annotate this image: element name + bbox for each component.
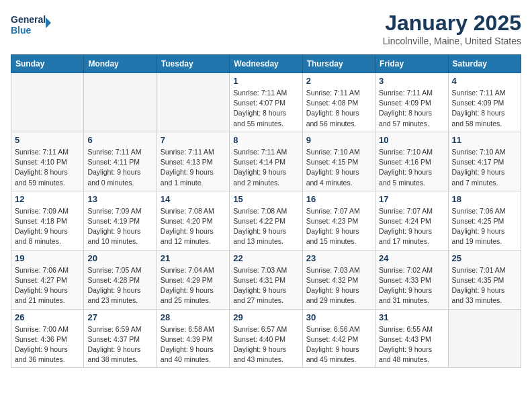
day-info: Sunrise: 6:58 AM Sunset: 4:39 PM Dayligh… xyxy=(161,324,226,365)
day-info: Sunrise: 6:55 AM Sunset: 4:43 PM Dayligh… xyxy=(379,324,444,365)
day-info: Sunrise: 7:09 AM Sunset: 4:18 PM Dayligh… xyxy=(15,206,80,247)
day-number: 23 xyxy=(306,253,371,263)
calendar-cell: 18Sunrise: 7:06 AM Sunset: 4:25 PM Dayli… xyxy=(448,191,521,250)
calendar-cell: 11Sunrise: 7:10 AM Sunset: 4:17 PM Dayli… xyxy=(448,132,521,191)
day-info: Sunrise: 7:06 AM Sunset: 4:25 PM Dayligh… xyxy=(452,206,517,247)
day-number: 15 xyxy=(233,194,298,204)
day-number: 1 xyxy=(233,76,298,86)
day-number: 2 xyxy=(306,76,371,86)
day-info: Sunrise: 6:57 AM Sunset: 4:40 PM Dayligh… xyxy=(233,324,298,365)
weekday-header-saturday: Saturday xyxy=(448,55,521,73)
calendar-cell: 14Sunrise: 7:08 AM Sunset: 4:20 PM Dayli… xyxy=(157,191,229,250)
day-number: 17 xyxy=(379,194,444,204)
day-info: Sunrise: 7:04 AM Sunset: 4:29 PM Dayligh… xyxy=(161,265,226,306)
calendar-cell: 23Sunrise: 7:03 AM Sunset: 4:32 PM Dayli… xyxy=(302,250,375,309)
weekday-header-wednesday: Wednesday xyxy=(230,55,302,73)
day-number: 3 xyxy=(379,76,444,86)
day-number: 5 xyxy=(15,135,80,145)
day-info: Sunrise: 7:08 AM Sunset: 4:20 PM Dayligh… xyxy=(161,206,226,247)
calendar-cell: 3Sunrise: 7:11 AM Sunset: 4:09 PM Daylig… xyxy=(375,73,448,132)
svg-text:Blue: Blue xyxy=(11,25,32,36)
day-number: 14 xyxy=(161,194,226,204)
day-info: Sunrise: 7:11 AM Sunset: 4:14 PM Dayligh… xyxy=(233,147,298,188)
calendar-cell: 31Sunrise: 6:55 AM Sunset: 4:43 PM Dayli… xyxy=(375,309,448,368)
calendar-cell: 30Sunrise: 6:56 AM Sunset: 4:42 PM Dayli… xyxy=(302,309,375,368)
weekday-header-tuesday: Tuesday xyxy=(157,55,229,73)
calendar-cell xyxy=(157,73,229,132)
calendar-cell: 17Sunrise: 7:07 AM Sunset: 4:24 PM Dayli… xyxy=(375,191,448,250)
day-number: 13 xyxy=(87,194,152,204)
calendar-cell: 12Sunrise: 7:09 AM Sunset: 4:18 PM Dayli… xyxy=(11,191,84,250)
calendar-cell: 13Sunrise: 7:09 AM Sunset: 4:19 PM Dayli… xyxy=(84,191,157,250)
day-number: 19 xyxy=(15,253,80,263)
calendar-cell: 5Sunrise: 7:11 AM Sunset: 4:10 PM Daylig… xyxy=(11,132,84,191)
day-info: Sunrise: 7:03 AM Sunset: 4:31 PM Dayligh… xyxy=(233,265,298,306)
day-info: Sunrise: 7:10 AM Sunset: 4:17 PM Dayligh… xyxy=(452,147,517,188)
calendar-cell: 16Sunrise: 7:07 AM Sunset: 4:23 PM Dayli… xyxy=(302,191,375,250)
calendar-cell xyxy=(84,73,157,132)
day-number: 20 xyxy=(87,253,152,263)
day-info: Sunrise: 7:00 AM Sunset: 4:36 PM Dayligh… xyxy=(15,324,80,365)
location: Lincolnville, Maine, United States xyxy=(383,36,521,46)
day-info: Sunrise: 7:05 AM Sunset: 4:28 PM Dayligh… xyxy=(87,265,152,306)
day-info: Sunrise: 7:06 AM Sunset: 4:27 PM Dayligh… xyxy=(15,265,80,306)
svg-marker-2 xyxy=(46,17,51,28)
calendar-cell: 8Sunrise: 7:11 AM Sunset: 4:14 PM Daylig… xyxy=(230,132,302,191)
day-info: Sunrise: 7:10 AM Sunset: 4:16 PM Dayligh… xyxy=(379,147,444,188)
day-info: Sunrise: 7:10 AM Sunset: 4:15 PM Dayligh… xyxy=(306,147,371,188)
day-number: 9 xyxy=(306,135,371,145)
calendar-cell: 27Sunrise: 6:59 AM Sunset: 4:37 PM Dayli… xyxy=(84,309,157,368)
day-number: 24 xyxy=(379,253,444,263)
calendar-cell: 20Sunrise: 7:05 AM Sunset: 4:28 PM Dayli… xyxy=(84,250,157,309)
day-number: 4 xyxy=(452,76,517,86)
logo-svg: General Blue xyxy=(11,11,51,40)
day-info: Sunrise: 6:59 AM Sunset: 4:37 PM Dayligh… xyxy=(87,324,152,365)
day-number: 6 xyxy=(87,135,152,145)
day-number: 29 xyxy=(233,312,298,322)
day-info: Sunrise: 7:11 AM Sunset: 4:11 PM Dayligh… xyxy=(87,147,152,188)
calendar-cell: 9Sunrise: 7:10 AM Sunset: 4:15 PM Daylig… xyxy=(302,132,375,191)
calendar-cell xyxy=(11,73,84,132)
calendar-cell: 4Sunrise: 7:11 AM Sunset: 4:09 PM Daylig… xyxy=(448,73,521,132)
day-number: 18 xyxy=(452,194,517,204)
calendar-cell: 24Sunrise: 7:02 AM Sunset: 4:33 PM Dayli… xyxy=(375,250,448,309)
day-info: Sunrise: 7:11 AM Sunset: 4:09 PM Dayligh… xyxy=(452,88,517,129)
weekday-header-sunday: Sunday xyxy=(11,55,84,73)
day-info: Sunrise: 7:11 AM Sunset: 4:08 PM Dayligh… xyxy=(306,88,371,129)
day-number: 30 xyxy=(306,312,371,322)
weekday-header-monday: Monday xyxy=(84,55,157,73)
day-info: Sunrise: 7:02 AM Sunset: 4:33 PM Dayligh… xyxy=(379,265,444,306)
svg-text:General: General xyxy=(11,14,46,25)
month-title: January 2025 xyxy=(383,11,521,36)
day-info: Sunrise: 7:11 AM Sunset: 4:13 PM Dayligh… xyxy=(161,147,226,188)
day-number: 27 xyxy=(87,312,152,322)
calendar-cell: 7Sunrise: 7:11 AM Sunset: 4:13 PM Daylig… xyxy=(157,132,229,191)
day-info: Sunrise: 7:09 AM Sunset: 4:19 PM Dayligh… xyxy=(87,206,152,247)
day-info: Sunrise: 7:01 AM Sunset: 4:35 PM Dayligh… xyxy=(452,265,517,306)
day-info: Sunrise: 7:07 AM Sunset: 4:24 PM Dayligh… xyxy=(379,206,444,247)
day-number: 16 xyxy=(306,194,371,204)
day-number: 10 xyxy=(379,135,444,145)
weekday-header-thursday: Thursday xyxy=(302,55,375,73)
day-number: 8 xyxy=(233,135,298,145)
day-number: 7 xyxy=(161,135,226,145)
calendar-cell: 29Sunrise: 6:57 AM Sunset: 4:40 PM Dayli… xyxy=(230,309,302,368)
calendar-cell xyxy=(448,309,521,368)
day-info: Sunrise: 7:11 AM Sunset: 4:07 PM Dayligh… xyxy=(233,88,298,129)
calendar-cell: 10Sunrise: 7:10 AM Sunset: 4:16 PM Dayli… xyxy=(375,132,448,191)
calendar-cell: 25Sunrise: 7:01 AM Sunset: 4:35 PM Dayli… xyxy=(448,250,521,309)
day-number: 25 xyxy=(452,253,517,263)
page-header: General Blue January 2025 Lincolnville, … xyxy=(11,11,521,46)
day-number: 12 xyxy=(15,194,80,204)
calendar-cell: 21Sunrise: 7:04 AM Sunset: 4:29 PM Dayli… xyxy=(157,250,229,309)
day-number: 21 xyxy=(161,253,226,263)
day-info: Sunrise: 7:07 AM Sunset: 4:23 PM Dayligh… xyxy=(306,206,371,247)
day-number: 11 xyxy=(452,135,517,145)
logo: General Blue xyxy=(11,11,51,40)
calendar-cell: 19Sunrise: 7:06 AM Sunset: 4:27 PM Dayli… xyxy=(11,250,84,309)
day-info: Sunrise: 6:56 AM Sunset: 4:42 PM Dayligh… xyxy=(306,324,371,365)
day-number: 22 xyxy=(233,253,298,263)
calendar-cell: 22Sunrise: 7:03 AM Sunset: 4:31 PM Dayli… xyxy=(230,250,302,309)
day-info: Sunrise: 7:03 AM Sunset: 4:32 PM Dayligh… xyxy=(306,265,371,306)
title-block: January 2025 Lincolnville, Maine, United… xyxy=(383,11,521,46)
